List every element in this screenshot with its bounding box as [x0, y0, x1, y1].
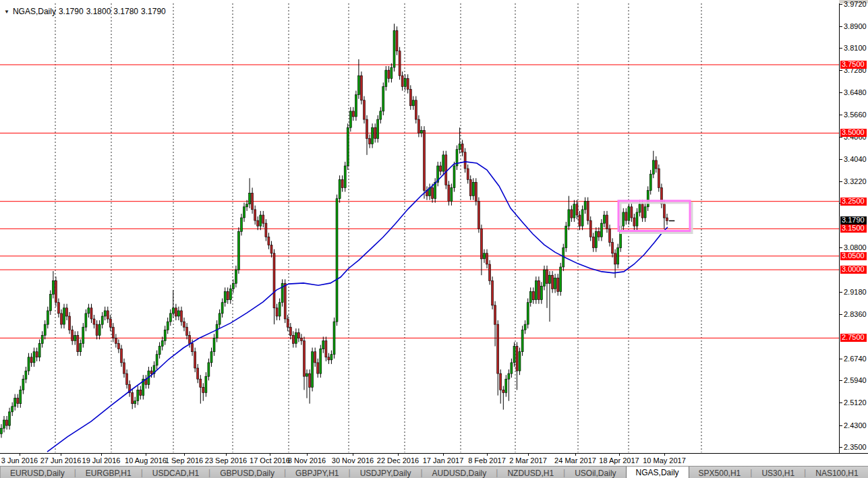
- symbol-tab-eurgbp[interactable]: EURGBP,H1: [76, 467, 141, 478]
- symbol-tab-eurusd[interactable]: EURUSD,Daily: [1, 467, 74, 478]
- quote-close: 3.1790: [141, 7, 166, 16]
- current-price-label: 3.1790: [840, 216, 867, 225]
- symbol-tab-us30[interactable]: US30,H1: [752, 467, 804, 478]
- candle-body: [6, 420, 8, 425]
- symbol-tab-nzdusd[interactable]: NZDUSD,H1: [498, 467, 563, 478]
- symbol-tab-gbpjpy[interactable]: GBPJPY,H1: [286, 467, 348, 478]
- symbol-tab-usoil[interactable]: USOil,Daily: [565, 467, 625, 478]
- candle-body: [243, 207, 245, 218]
- candle-body: [208, 363, 210, 376]
- candle-body: [77, 335, 79, 351]
- candle-body: [104, 311, 106, 316]
- candle-body: [380, 111, 382, 119]
- chart-plot-area[interactable]: ▼NGAS,Daily3.17903.18003.17803.1790: [0, 0, 839, 453]
- time-tick-label: 19 Jul 2016: [82, 456, 121, 465]
- candle-body: [123, 363, 125, 374]
- time-axis[interactable]: 3 Jun 201627 Jun 201619 Jul 201610 Aug 2…: [0, 453, 868, 467]
- candlestick-chart[interactable]: [0, 0, 839, 453]
- time-tick-mark: [487, 454, 488, 456]
- candle-body: [57, 303, 59, 313]
- candle-body: [560, 267, 562, 292]
- candle-body: [404, 78, 406, 86]
- candle-body: [628, 207, 630, 220]
- time-tick-label: 17 Oct 2016: [250, 456, 290, 465]
- mt4-chart-window: { "quote_header": { "dropdown_icon": "▼"…: [0, 0, 868, 478]
- price-tick-mark: [840, 380, 842, 381]
- time-tick-mark: [528, 454, 529, 456]
- price-level-label: 3.2500: [840, 198, 867, 206]
- candle-body: [140, 390, 142, 395]
- candle-body: [372, 127, 374, 144]
- price-tick-mark: [840, 247, 842, 248]
- candle-body: [295, 332, 297, 343]
- candle-body: [232, 283, 234, 289]
- candle-body: [540, 286, 542, 299]
- candle-body: [44, 324, 46, 335]
- candle-body: [161, 341, 163, 347]
- candle-body: [132, 393, 134, 404]
- candle-body: [500, 374, 502, 390]
- symbol-tab-nas100[interactable]: NAS100,H1: [806, 467, 867, 478]
- candle-body: [300, 338, 302, 340]
- candle-body: [30, 357, 32, 363]
- price-tick-mark: [840, 181, 842, 182]
- candle-body: [364, 100, 366, 119]
- time-tick-mark: [664, 454, 665, 456]
- candle-body: [339, 179, 341, 198]
- chevron-down-icon[interactable]: ▼: [4, 9, 9, 15]
- time-tick-mark: [398, 454, 399, 456]
- symbol-tab-usdjpy[interactable]: USDJPY,Daily: [351, 467, 421, 478]
- candle-body: [385, 70, 387, 86]
- candle-body: [268, 237, 270, 245]
- symbol-tab-ngas[interactable]: NGAS,Daily: [626, 467, 689, 478]
- candle-body: [587, 202, 589, 220]
- candle-body: [126, 374, 128, 384]
- candle-body: [328, 357, 330, 360]
- symbol-tab-audusd[interactable]: AUDUSD,Daily: [423, 467, 496, 478]
- candle-body: [186, 327, 188, 335]
- candle-body: [519, 352, 521, 371]
- candle-body: [393, 30, 395, 67]
- time-tick-mark: [619, 454, 620, 456]
- time-tick-label: 10 Aug 2016: [125, 456, 167, 465]
- candle-body: [600, 223, 602, 237]
- candle-body: [85, 313, 87, 327]
- candle-body: [306, 374, 308, 376]
- symbol-tab-usdcad[interactable]: USDCAD,H1: [143, 467, 208, 478]
- candle-body: [17, 398, 19, 404]
- candle-body: [527, 303, 529, 324]
- time-tick-label: 10 May 2017: [643, 456, 686, 465]
- candle-body: [177, 311, 179, 316]
- price-level-label: 2.7500: [840, 334, 867, 342]
- candle-body: [336, 199, 338, 322]
- candle-body: [535, 280, 537, 299]
- candle-body: [200, 379, 202, 387]
- candle-body: [399, 51, 401, 76]
- candle-body: [150, 371, 152, 374]
- candle-body: [20, 390, 22, 403]
- candle-body: [96, 324, 98, 335]
- time-tick-label: 3 Jun 2016: [1, 456, 38, 465]
- candle-body: [420, 130, 422, 133]
- candle-body: [330, 355, 332, 360]
- price-tick-label: 2.8360: [844, 311, 867, 318]
- price-tick-label: 2.5120: [844, 399, 867, 407]
- time-tick-label: 1 Sep 2016: [165, 456, 203, 465]
- price-tick-label: 3.8900: [844, 23, 867, 30]
- candle-body: [169, 313, 171, 322]
- candle-body: [432, 187, 434, 198]
- quote-open: 3.1790: [59, 7, 84, 16]
- candle-body: [579, 215, 581, 226]
- candle-body: [644, 207, 646, 218]
- price-tick-mark: [840, 48, 842, 49]
- candle-body: [317, 363, 319, 374]
- candle-body: [216, 324, 218, 338]
- time-tick-mark: [61, 454, 61, 456]
- symbol-tab-spx500[interactable]: SPX500,H1: [689, 467, 751, 478]
- symbol-tab-gbpusd[interactable]: GBPUSD,Daily: [210, 467, 284, 478]
- price-tick-label: 2.3500: [844, 444, 867, 451]
- candle-body: [388, 70, 390, 78]
- candle-body: [246, 204, 248, 207]
- candle-body: [448, 185, 450, 201]
- price-axis[interactable]: 3.97203.89003.81003.72803.64803.56603.48…: [839, 3, 868, 453]
